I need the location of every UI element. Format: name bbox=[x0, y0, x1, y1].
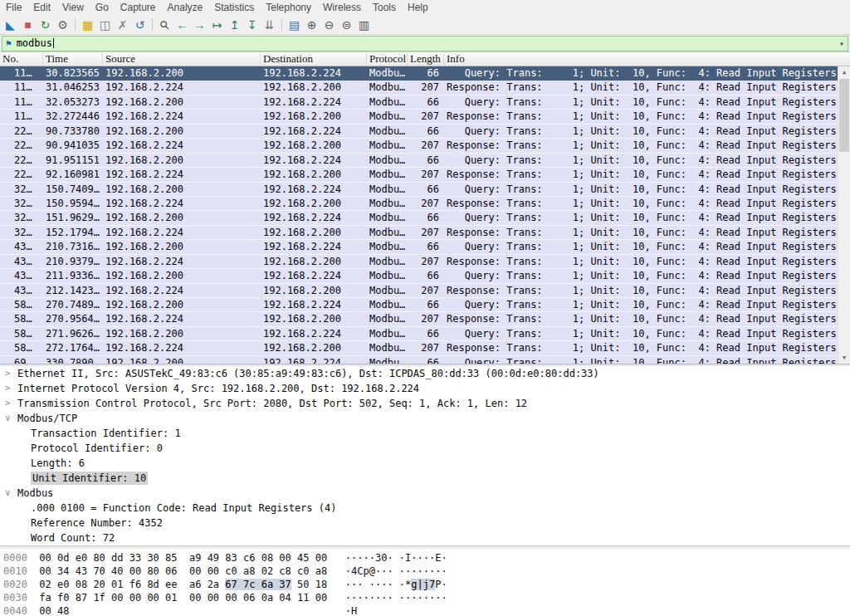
menu-item-file[interactable]: File bbox=[0, 0, 27, 15]
menu-item-capture[interactable]: Capture bbox=[115, 0, 162, 15]
packet-row[interactable]: 58…272.1764…192.168.2.224192.168.2.200Mo… bbox=[0, 341, 838, 355]
expander-collapsed-icon[interactable]: > bbox=[5, 366, 11, 381]
packet-row[interactable]: 43…211.9336…192.168.2.200192.168.2.224Mo… bbox=[0, 269, 838, 283]
scrollbar-thumb[interactable] bbox=[839, 79, 849, 152]
go-to-packet-button[interactable]: ↦ bbox=[208, 16, 226, 33]
detail-line[interactable]: Word Count: 72 bbox=[0, 530, 850, 545]
column-header-time[interactable]: Time bbox=[43, 52, 103, 66]
packet-row[interactable]: 11…30.823565192.168.2.200192.168.2.224Mo… bbox=[0, 66, 838, 81]
packet-row[interactable]: 22…90.941035192.168.2.224192.168.2.200Mo… bbox=[0, 139, 838, 153]
scroll-down-arrow-icon[interactable]: ▼ bbox=[838, 352, 850, 364]
menu-item-analyze[interactable]: Analyze bbox=[162, 0, 209, 15]
hex-row[interactable]: 0000 00 0d e0 80 dd 33 30 85 a9 49 83 c6… bbox=[3, 551, 850, 565]
detail-line[interactable]: Transaction Identifier: 1 bbox=[0, 426, 850, 441]
hex-row[interactable]: 0010 00 34 43 70 40 00 80 06 00 00 c0 a8… bbox=[3, 565, 850, 578]
packet-row[interactable]: 69…330.7890…192.168.2.200192.168.2.224Mo… bbox=[0, 356, 838, 364]
vertical-scrollbar[interactable]: ▲ ▼ bbox=[838, 66, 850, 364]
go-forward-button[interactable]: → bbox=[191, 16, 208, 33]
column-header-length[interactable]: Length bbox=[408, 52, 444, 66]
menu-item-statistics[interactable]: Statistics bbox=[208, 0, 260, 15]
hex-row[interactable]: 0020 02 e0 08 20 01 f6 8d ee a6 2a 67 7c… bbox=[3, 578, 850, 591]
go-last-button[interactable]: ↧ bbox=[243, 16, 261, 33]
go-first-button[interactable]: ↥ bbox=[226, 16, 243, 33]
detail-line[interactable]: ∨Modbus/TCP bbox=[0, 411, 850, 426]
restart-capture-button[interactable]: ↻ bbox=[37, 16, 54, 33]
cell-no: 69… bbox=[0, 356, 43, 364]
column-header-destination[interactable]: Destination bbox=[261, 52, 367, 66]
colorize-button[interactable]: ▤ bbox=[286, 16, 303, 33]
cell-protocol: Modbu… bbox=[367, 226, 408, 239]
column-header-protocol[interactable]: Protocol bbox=[367, 52, 408, 66]
detail-line[interactable]: Unit Identifier: 10 bbox=[0, 471, 850, 486]
detail-line[interactable]: Protocol Identifier: 0 bbox=[0, 441, 850, 456]
expander-collapsed-icon[interactable]: > bbox=[5, 396, 11, 411]
cell-time: 210.9379… bbox=[43, 255, 103, 268]
menu-item-edit[interactable]: Edit bbox=[27, 0, 56, 15]
packet-row[interactable]: 22…92.160981192.168.2.224192.168.2.200Mo… bbox=[0, 168, 838, 182]
packet-row[interactable]: 11…32.053273192.168.2.200192.168.2.224Mo… bbox=[0, 95, 838, 110]
cell-no: 43… bbox=[0, 284, 43, 297]
detail-line[interactable]: >Internet Protocol Version 4, Src: 192.1… bbox=[0, 381, 850, 396]
cell-length: 207 bbox=[408, 255, 444, 268]
packet-row[interactable]: 58…270.9564…192.168.2.224192.168.2.200Mo… bbox=[0, 312, 838, 326]
filter-bookmark-icon[interactable]: ⚑ bbox=[6, 39, 12, 48]
scroll-up-arrow-icon[interactable]: ▲ bbox=[838, 66, 850, 78]
auto-scroll-button[interactable]: ⇊ bbox=[261, 16, 278, 33]
menu-item-help[interactable]: Help bbox=[402, 0, 434, 15]
display-filter-input[interactable]: ⚑ modbus ▾ bbox=[2, 36, 848, 51]
detail-line[interactable]: Length: 6 bbox=[0, 456, 850, 471]
zoom-in-button[interactable]: ⊕ bbox=[303, 16, 320, 33]
zoom-100-button[interactable]: ⊜ bbox=[338, 16, 355, 33]
expander-expanded-icon[interactable]: ∨ bbox=[5, 411, 11, 426]
detail-line[interactable]: Reference Number: 4352 bbox=[0, 516, 850, 530]
packet-row[interactable]: 43…210.7316…192.168.2.200192.168.2.224Mo… bbox=[0, 240, 838, 254]
detail-line[interactable]: ∨Modbus bbox=[0, 486, 850, 501]
packet-row[interactable]: 32…150.9594…192.168.2.224192.168.2.200Mo… bbox=[0, 197, 838, 211]
stop-capture-button[interactable]: ■ bbox=[19, 16, 37, 33]
packet-row[interactable]: 32…150.7409…192.168.2.200192.168.2.224Mo… bbox=[0, 183, 838, 197]
save-file-button[interactable]: ◫ bbox=[96, 16, 114, 33]
cell-no: 22… bbox=[0, 168, 43, 181]
menu-item-wireless[interactable]: Wireless bbox=[317, 0, 367, 15]
cell-destination: 192.168.2.224 bbox=[261, 356, 367, 364]
detail-line[interactable]: >Transmission Control Protocol, Src Port… bbox=[0, 396, 850, 411]
go-back-button[interactable]: ← bbox=[173, 16, 191, 33]
packet-row[interactable]: 43…210.9379…192.168.2.224192.168.2.200Mo… bbox=[0, 255, 838, 269]
cell-info: Query: Trans: 1; Unit: 10, Func: 4: Read… bbox=[444, 66, 838, 80]
packet-row[interactable]: 22…91.951151192.168.2.200192.168.2.224Mo… bbox=[0, 154, 838, 168]
expander-expanded-icon[interactable]: ∨ bbox=[5, 486, 11, 501]
capture-options-button[interactable]: ⚙ bbox=[54, 16, 71, 33]
zoom-100-icon: ⊜ bbox=[342, 19, 352, 31]
menu-item-tools[interactable]: Tools bbox=[367, 0, 402, 15]
packet-row[interactable]: 58…270.7489…192.168.2.200192.168.2.224Mo… bbox=[0, 298, 838, 312]
menu-item-view[interactable]: View bbox=[56, 0, 90, 15]
hex-row[interactable]: 0030 fa f0 87 1f 00 00 00 01 00 00 00 06… bbox=[3, 591, 850, 604]
packet-row[interactable]: 32…152.1794…192.168.2.224192.168.2.200Mo… bbox=[0, 226, 838, 240]
chevron-down-icon[interactable]: ▾ bbox=[839, 39, 844, 48]
menu-item-go[interactable]: Go bbox=[90, 0, 115, 15]
packet-row[interactable]: 11…31.046253192.168.2.224192.168.2.200Mo… bbox=[0, 81, 838, 95]
column-header-info[interactable]: Info bbox=[444, 52, 850, 66]
expander-collapsed-icon[interactable]: > bbox=[5, 381, 11, 396]
open-file-button[interactable]: ▦ bbox=[79, 16, 96, 33]
column-header-source[interactable]: Source bbox=[103, 52, 261, 66]
detail-line[interactable]: >Ethernet II, Src: ASUSTekC_49:83:c6 (30… bbox=[0, 366, 850, 381]
hex-row[interactable]: 0040 00 48 ·H bbox=[3, 604, 850, 616]
zoom-out-button[interactable]: ⊖ bbox=[320, 16, 338, 33]
find-packet-button[interactable]: ⚲ bbox=[156, 16, 173, 33]
cell-source: 192.168.2.224 bbox=[103, 284, 261, 297]
start-capture-button[interactable]: ◣ bbox=[2, 16, 19, 33]
packet-row[interactable]: 11…32.272446192.168.2.224192.168.2.200Mo… bbox=[0, 110, 838, 124]
menu-item-telephony[interactable]: Telephony bbox=[260, 0, 317, 15]
reload-file-button[interactable]: ↺ bbox=[131, 16, 149, 33]
packet-row[interactable]: 22…90.733780192.168.2.200192.168.2.224Mo… bbox=[0, 125, 838, 139]
resize-columns-button[interactable]: ▥ bbox=[355, 16, 373, 33]
cell-no: 43… bbox=[0, 269, 43, 282]
detail-line[interactable]: .000 0100 = Function Code: Read Input Re… bbox=[0, 501, 850, 516]
column-header-no[interactable]: No. bbox=[0, 52, 43, 66]
packet-row[interactable]: 43…212.1423…192.168.2.224192.168.2.200Mo… bbox=[0, 284, 838, 298]
packet-row[interactable]: 58…271.9626…192.168.2.200192.168.2.224Mo… bbox=[0, 327, 838, 341]
cell-no: 22… bbox=[0, 125, 43, 138]
packet-row[interactable]: 32…151.9629…192.168.2.200192.168.2.224Mo… bbox=[0, 211, 838, 225]
close-file-button[interactable]: ✗ bbox=[114, 16, 131, 33]
